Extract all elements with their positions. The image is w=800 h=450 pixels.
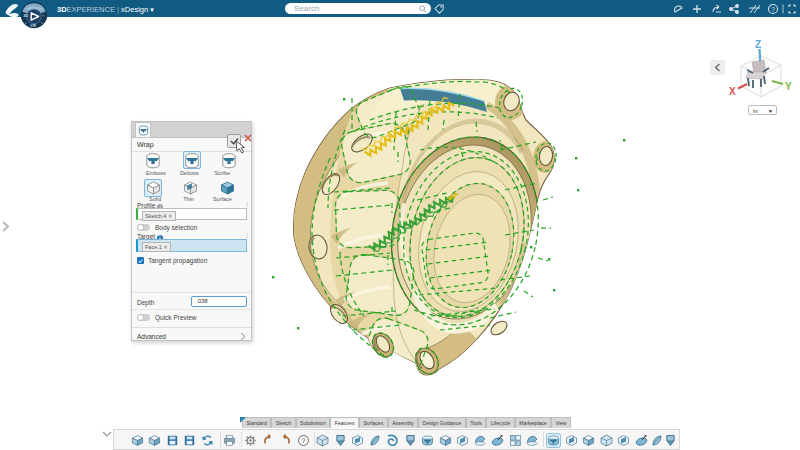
svg-text:X: X (729, 86, 736, 97)
svg-text:3D: 3D (23, 14, 28, 18)
svg-text:V.R: V.R (30, 24, 36, 28)
svg-text:Y: Y (785, 81, 792, 92)
svg-text:Z: Z (755, 39, 761, 50)
svg-text:?: ? (301, 437, 305, 444)
svg-text:?: ? (771, 6, 775, 13)
